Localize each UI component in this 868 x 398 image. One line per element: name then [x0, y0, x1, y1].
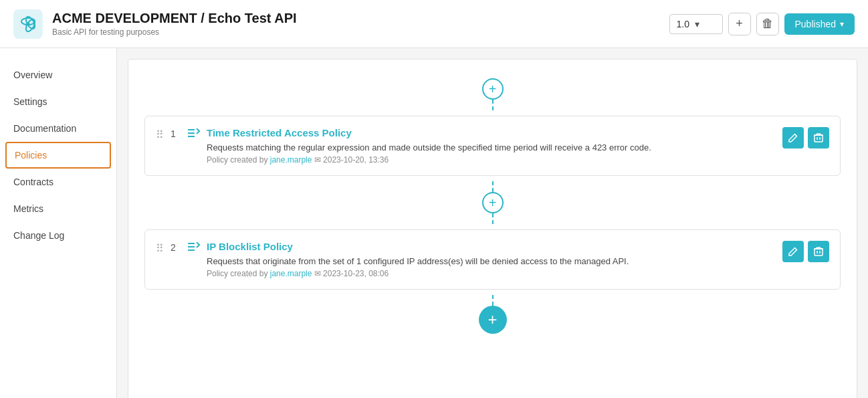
policy-type-icon — [188, 241, 200, 254]
sidebar-item-documentation[interactable]: Documentation — [0, 115, 116, 142]
add-policy-bottom-button[interactable]: + — [479, 306, 507, 334]
policy-card-1: ⠿ 1 Time Restricted Access Policy — [144, 116, 841, 176]
sidebar-item-label: Documentation — [13, 123, 76, 134]
policy-desc-1: Requests matching the regular expression… — [207, 142, 776, 153]
policy-meta-1: Policy created by jane.marple ✉ 2023-10-… — [207, 155, 776, 165]
sidebar-item-label: Overview — [13, 70, 52, 80]
edit-policy-1-button[interactable] — [782, 127, 804, 148]
policy-number: 1 — [171, 127, 181, 139]
published-button[interactable]: Published ▾ — [784, 13, 855, 35]
drag-handle-icon: ⠿ — [156, 127, 164, 141]
sidebar-item-label: Settings — [13, 96, 47, 107]
header: ACME DEVELOPMENT / Echo Test API Basic A… — [0, 0, 868, 48]
add-policy-middle-connector: + — [482, 181, 504, 224]
policies-panel: + ⠿ 1 — [128, 59, 857, 398]
delete-policy-2-button[interactable] — [808, 241, 829, 262]
header-subtitle: Basic API for testing purposes — [52, 27, 297, 37]
add-policy-middle-button[interactable]: + — [482, 192, 504, 213]
main-content: + ⠿ 1 — [117, 48, 868, 398]
policy-desc-2: Requests that originate from the set of … — [207, 256, 776, 266]
delete-version-button[interactable]: 🗑 — [756, 13, 779, 35]
logo-icon — [13, 9, 43, 39]
add-policy-top-connector: + — [482, 78, 504, 110]
plus-icon: + — [736, 17, 743, 31]
version-value: 1.0 — [677, 19, 689, 29]
add-policy-top-button[interactable]: + — [482, 78, 504, 100]
sidebar-item-label: Metrics — [13, 203, 43, 214]
policy-title-1: Time Restricted Access Policy — [207, 127, 776, 138]
policy-title-2: IP Blocklist Policy — [207, 241, 776, 252]
policy-actions-1 — [782, 127, 829, 148]
sidebar-item-metrics[interactable]: Metrics — [0, 195, 116, 222]
sidebar-item-label: Policies — [15, 150, 47, 161]
policy-content-1: Time Restricted Access Policy Requests m… — [207, 127, 776, 165]
sidebar-item-overview[interactable]: Overview — [0, 62, 116, 88]
policy-actions-2 — [782, 241, 829, 262]
drag-handle-icon: ⠿ — [156, 241, 164, 255]
sidebar-item-contracts[interactable]: Contracts — [0, 169, 116, 195]
policy-meta-2: Policy created by jane.marple ✉ 2023-10-… — [207, 269, 776, 278]
svg-rect-14 — [815, 249, 823, 256]
policy-number: 2 — [171, 241, 181, 253]
body: Overview Settings Documentation Policies… — [0, 48, 868, 398]
add-policy-bottom-connector: + — [479, 295, 507, 334]
policy-type-icon — [188, 127, 200, 140]
sidebar-item-policies[interactable]: Policies — [5, 142, 111, 169]
svg-point-3 — [27, 22, 30, 25]
edit-policy-2-button[interactable] — [782, 241, 804, 262]
policy-content-2: IP Blocklist Policy Requests that origin… — [207, 241, 776, 278]
svg-rect-7 — [815, 135, 823, 142]
published-chevron-icon: ▾ — [840, 19, 844, 29]
header-left: ACME DEVELOPMENT / Echo Test API Basic A… — [13, 9, 297, 39]
published-label: Published — [795, 19, 837, 29]
header-title-group: ACME DEVELOPMENT / Echo Test API Basic A… — [52, 11, 297, 37]
sidebar-item-label: Change Log — [13, 230, 64, 241]
header-title: ACME DEVELOPMENT / Echo Test API — [52, 11, 297, 26]
policy-card-2: ⠿ 2 IP Blocklist Policy — [144, 229, 841, 290]
version-select[interactable]: 1.0 ▾ — [669, 14, 723, 34]
policies-list: + ⠿ 1 — [144, 73, 841, 339]
sidebar-item-label: Contracts — [13, 177, 53, 187]
sidebar-item-settings[interactable]: Settings — [0, 88, 116, 115]
sidebar-item-change-log[interactable]: Change Log — [0, 222, 116, 249]
sidebar: Overview Settings Documentation Policies… — [0, 48, 117, 398]
add-version-button[interactable]: + — [728, 13, 751, 35]
delete-policy-1-button[interactable] — [808, 127, 829, 148]
trash-icon: 🗑 — [762, 17, 774, 31]
version-chevron-icon: ▾ — [695, 19, 699, 29]
header-right: 1.0 ▾ + 🗑 Published ▾ — [669, 13, 855, 35]
